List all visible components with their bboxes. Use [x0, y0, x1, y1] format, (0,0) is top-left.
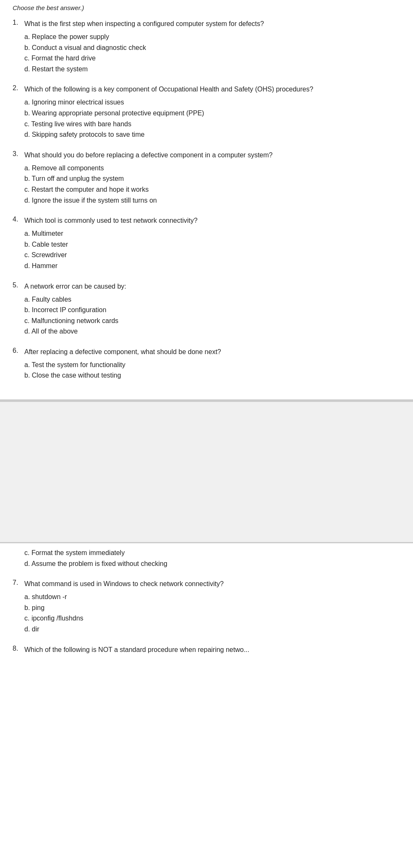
answer-item-6c: c. Format the system immediately — [24, 547, 400, 558]
question-text-4: Which tool is commonly used to test netw… — [24, 216, 198, 226]
question-number-6: 6. — [13, 347, 24, 354]
question-item-2: 2. Which of the following is a key compo… — [13, 84, 400, 140]
answer-item-7d: d. dir — [24, 624, 400, 635]
answer-item-4c: c. Screwdriver — [24, 250, 400, 261]
answer-item-2d: d. Skipping safety protocols to save tim… — [24, 129, 400, 140]
answers-list-4: a. Multimeter b. Cable tester c. Screwdr… — [24, 228, 400, 271]
answer-item-7c: c. ipconfig /flushdns — [24, 613, 400, 624]
answer-item-3c: c. Restart the computer and hope it work… — [24, 184, 400, 195]
answers-list-6-partial: a. Test the system for functionality b. … — [24, 360, 400, 381]
question-number-5: 5. — [13, 282, 24, 289]
answer-item-2a: a. Ignoring minor electrical issues — [24, 97, 400, 108]
question-text-7: What command is used in Windows to check… — [24, 579, 224, 589]
answer-item-4a: a. Multimeter — [24, 228, 400, 239]
question-item-3: 3. What should you do before replacing a… — [13, 150, 400, 206]
instruction: Choose the best answer.) — [13, 4, 400, 11]
question-text-5: A network error can be caused by: — [24, 282, 126, 292]
answers-list-1: a. Replace the power supply b. Conduct a… — [24, 31, 400, 74]
answer-item-5c: c. Malfunctioning network cards — [24, 315, 400, 326]
answer-item-3b: b. Turn off and unplug the system — [24, 173, 400, 184]
section-bottom: c. Format the system immediately d. Assu… — [0, 543, 413, 673]
answer-item-5d: d. All of the above — [24, 326, 400, 337]
question-number-3: 3. — [13, 150, 24, 158]
question-item-7: 7. What command is used in Windows to ch… — [13, 579, 400, 634]
question-text-6: After replacing a defective component, w… — [24, 347, 221, 357]
answers-list-7: a. shutdown -r b. ping c. ipconfig /flus… — [24, 592, 400, 634]
question-item-5: 5. A network error can be caused by: a. … — [13, 282, 400, 337]
page: Choose the best answer.) 1. What is the … — [0, 0, 413, 868]
question-text-3: What should you do before replacing a de… — [24, 150, 272, 160]
answer-item-6d: d. Assume the problem is fixed without c… — [24, 558, 400, 569]
answer-item-6b: b. Close the case without testing — [24, 370, 400, 381]
question-text-2: Which of the following is a key componen… — [24, 84, 313, 94]
question-number-8: 8. — [13, 645, 24, 652]
answer-item-1a: a. Replace the power supply — [24, 31, 400, 42]
page-break — [0, 401, 413, 543]
answer-item-2c: c. Testing live wires with bare hands — [24, 119, 400, 130]
answer-item-3d: d. Ignore the issue if the system still … — [24, 195, 400, 206]
question-item-4: 4. Which tool is commonly used to test n… — [13, 216, 400, 271]
question-number-1: 1. — [13, 19, 24, 26]
answer-item-6a: a. Test the system for functionality — [24, 360, 400, 370]
question-item-6: 6. After replacing a defective component… — [13, 347, 400, 381]
answers-list-6-continued: c. Format the system immediately d. Assu… — [24, 547, 400, 569]
answer-item-5a: a. Faulty cables — [24, 294, 400, 305]
question-item-1: 1. What is the first step when inspectin… — [13, 19, 400, 74]
answer-item-4b: b. Cable tester — [24, 239, 400, 250]
answer-item-4d: d. Hammer — [24, 261, 400, 271]
answer-item-1c: c. Format the hard drive — [24, 53, 400, 64]
section-top: Choose the best answer.) 1. What is the … — [0, 0, 413, 401]
question-text-1: What is the first step when inspecting a… — [24, 19, 264, 29]
question-number-2: 2. — [13, 84, 24, 92]
answers-list-5: a. Faulty cables b. Incorrect IP configu… — [24, 294, 400, 337]
questions-list: 1. What is the first step when inspectin… — [13, 19, 400, 381]
question-item-8: 8. Which of the following is NOT a stand… — [13, 645, 400, 655]
question-number-7: 7. — [13, 579, 24, 586]
answer-item-3a: a. Remove all components — [24, 163, 400, 174]
answer-item-7a: a. shutdown -r — [24, 592, 400, 602]
question-number-4: 4. — [13, 216, 24, 223]
question-text-8: Which of the following is NOT a standard… — [24, 645, 249, 655]
answer-item-1d: d. Restart the system — [24, 64, 400, 75]
answer-item-2b: b. Wearing appropriate personal protecti… — [24, 108, 400, 119]
answer-item-5b: b. Incorrect IP configuration — [24, 305, 400, 315]
answers-list-2: a. Ignoring minor electrical issues b. W… — [24, 97, 400, 140]
answer-item-7b: b. ping — [24, 602, 400, 613]
answers-list-3: a. Remove all components b. Turn off and… — [24, 163, 400, 206]
answer-item-1b: b. Conduct a visual and diagnostic check — [24, 42, 400, 53]
